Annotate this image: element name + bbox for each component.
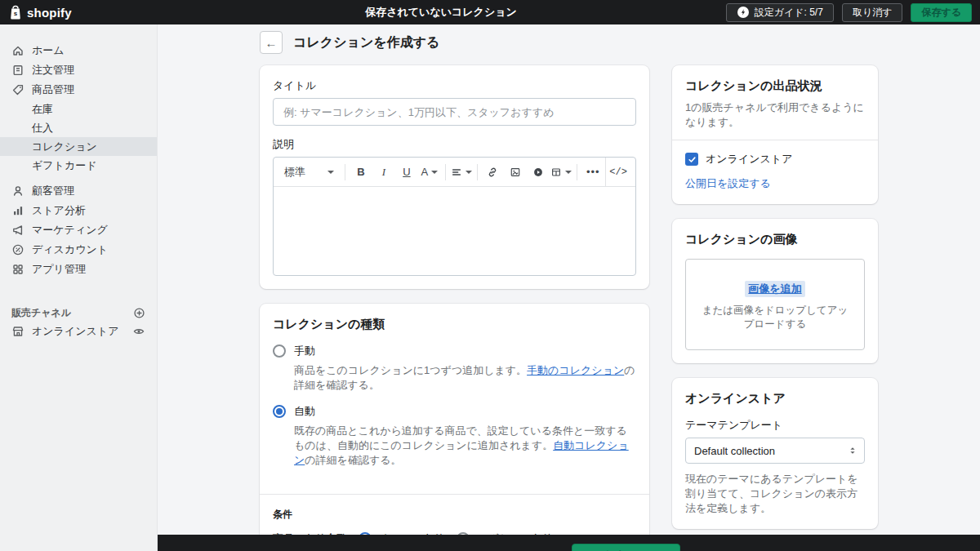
online-store-channel-option[interactable]: オンラインストア — [685, 152, 865, 167]
sidebar: ホーム 注文管理 商品管理 在庫 仕入 コレクション ギフトカード 顧客管理 — [0, 24, 158, 551]
sidebar-subitem-label: 仕入 — [32, 121, 53, 136]
eye-icon[interactable] — [132, 325, 145, 338]
chevron-down-icon — [327, 171, 334, 174]
bold-button[interactable]: B — [350, 162, 372, 183]
table-icon — [550, 167, 562, 178]
auto-radio[interactable] — [273, 405, 286, 418]
auto-label: 自動 — [294, 404, 315, 419]
show-html-button[interactable]: </> — [605, 158, 630, 187]
manual-type-option[interactable]: 手動 — [273, 344, 636, 358]
sidebar-item-label: マーケティング — [32, 223, 108, 238]
alignment-button[interactable] — [451, 162, 472, 183]
image-dropzone[interactable]: 画像を追加 または画像をドロップしてアップロードする — [685, 259, 865, 350]
sidebar-item-discounts[interactable]: ディスカウント — [0, 240, 157, 260]
sidebar-item-gift-cards[interactable]: ギフトカード — [0, 156, 157, 175]
paragraph-style-select[interactable]: 標準 — [278, 162, 340, 183]
auto-type-option[interactable]: 自動 — [273, 404, 636, 419]
image-icon — [510, 167, 521, 178]
discard-button[interactable]: 取り消す — [842, 3, 903, 22]
collection-type-card: コレクションの種類 手動 商品をこのコレクションに1つずつ追加します。手動のコレ… — [260, 304, 649, 551]
details-card: タイトル 説明 標準 B — [260, 65, 649, 289]
collection-type-heading: コレクションの種類 — [273, 317, 636, 332]
page-header: ← コレクションを作成する — [260, 31, 878, 54]
description-editor: 標準 B I U A — [273, 157, 636, 276]
collection-title-input[interactable] — [273, 98, 636, 126]
drop-hint: または画像をドロップしてアップロードする — [697, 304, 853, 331]
online-store-checkbox[interactable] — [685, 153, 698, 166]
shopify-logo-text: shopify — [27, 6, 72, 20]
insert-video-button[interactable] — [528, 162, 549, 183]
sidebar-subitem-label: 在庫 — [32, 102, 53, 117]
sidebar-item-inventory[interactable]: 在庫 — [0, 100, 157, 118]
sidebar-item-marketing[interactable]: マーケティング — [0, 220, 157, 240]
text-color-button[interactable]: A — [419, 162, 440, 183]
add-image-button[interactable]: 画像を追加 — [745, 281, 804, 297]
insert-image-button[interactable] — [505, 162, 526, 183]
auto-description: 既存の商品とこれから追加する商品で、設定している条件と一致するものは、自動的にこ… — [273, 424, 636, 468]
footer-save-button[interactable]: 保存する — [572, 544, 680, 551]
sidebar-item-apps[interactable]: アプリ管理 — [0, 260, 157, 279]
sidebar-item-label: ディスカウント — [32, 242, 108, 257]
updown-icon — [848, 446, 858, 455]
customers-icon — [11, 184, 24, 198]
manual-collection-link[interactable]: 手動のコレクション — [527, 364, 624, 376]
back-arrow-icon: ← — [265, 36, 278, 50]
sidebar-item-customers[interactable]: 顧客管理 — [0, 181, 157, 201]
availability-heading: コレクションの出品状況 — [685, 78, 865, 94]
theme-template-value: Default collection — [694, 445, 775, 457]
sidebar-item-purchases[interactable]: 仕入 — [0, 118, 157, 137]
theme-template-desc: 現在のテーマにあるテンプレートを割り当てて、コレクションの表示方法を定義します。 — [685, 472, 865, 516]
paragraph-style-value: 標準 — [284, 165, 305, 180]
save-button[interactable]: 保存する — [911, 3, 972, 22]
setup-guide-label: 設定ガイド: 5/7 — [755, 6, 823, 20]
topbar: s shopify 保存されていないコレクション 設定ガイド: 5/7 取り消す… — [0, 0, 980, 24]
conditions-heading: 条件 — [273, 508, 636, 522]
sidebar-item-label: オンラインストア — [32, 324, 118, 339]
shopify-admin: s shopify 保存されていないコレクション 設定ガイド: 5/7 取り消す… — [0, 0, 980, 551]
sidebar-item-orders[interactable]: 注文管理 — [0, 60, 157, 80]
sidebar-subitem-label: コレクション — [32, 140, 97, 154]
theme-template-select[interactable]: Default collection — [685, 438, 865, 464]
chevron-down-icon — [565, 171, 572, 174]
insert-table-button[interactable] — [550, 162, 572, 183]
home-icon — [11, 44, 24, 57]
marketing-megaphone-icon — [11, 224, 24, 237]
insert-link-button[interactable] — [482, 162, 503, 183]
schedule-publish-link[interactable]: 公開日を設定する — [685, 177, 771, 189]
page-title: コレクションを作成する — [293, 34, 439, 51]
manual-desc-text: 商品をこのコレクションに1つずつ追加します。 — [294, 364, 527, 376]
manual-label: 手動 — [294, 344, 315, 358]
theme-template-label: テーマテンプレート — [685, 418, 865, 433]
sidebar-item-label: アプリ管理 — [32, 262, 86, 277]
sidebar-item-label: ホーム — [32, 43, 65, 58]
description-editor-area[interactable] — [274, 187, 635, 275]
sidebar-item-analytics[interactable]: ストア分析 — [0, 201, 157, 220]
add-channel-button[interactable] — [132, 306, 145, 319]
description-label: 説明 — [273, 137, 636, 152]
sidebar-item-products[interactable]: 商品管理 — [0, 80, 157, 100]
sales-channels-heading: 販売チャネル — [0, 304, 157, 322]
sidebar-item-label: 顧客管理 — [32, 184, 74, 198]
chevron-down-icon — [466, 171, 472, 174]
sidebar-item-online-store[interactable]: オンラインストア — [0, 322, 157, 341]
manual-radio[interactable] — [273, 344, 286, 358]
setup-guide-icon — [737, 6, 750, 19]
orders-icon — [11, 64, 24, 77]
back-button[interactable]: ← — [260, 31, 283, 54]
sidebar-item-collections[interactable]: コレクション — [0, 137, 157, 156]
availability-desc: 1の販売チャネルで利用できるようになります。 — [685, 100, 865, 130]
setup-guide-button[interactable]: 設定ガイド: 5/7 — [726, 3, 834, 22]
more-formatting-button[interactable]: ••• — [582, 162, 604, 183]
check-icon — [688, 155, 697, 164]
sidebar-item-home[interactable]: ホーム — [0, 41, 157, 60]
auto-desc-suffix: の詳細を確認する。 — [305, 454, 401, 466]
shopify-logo[interactable]: s shopify — [8, 4, 159, 20]
sidebar-item-label: 注文管理 — [32, 63, 74, 78]
underline-button[interactable]: U — [396, 162, 417, 183]
play-icon — [532, 167, 544, 178]
sales-channels-label: 販売チャネル — [11, 306, 71, 320]
chevron-down-icon — [431, 171, 438, 174]
discounts-icon — [11, 243, 24, 256]
link-icon — [487, 167, 498, 178]
italic-button[interactable]: I — [373, 162, 394, 183]
